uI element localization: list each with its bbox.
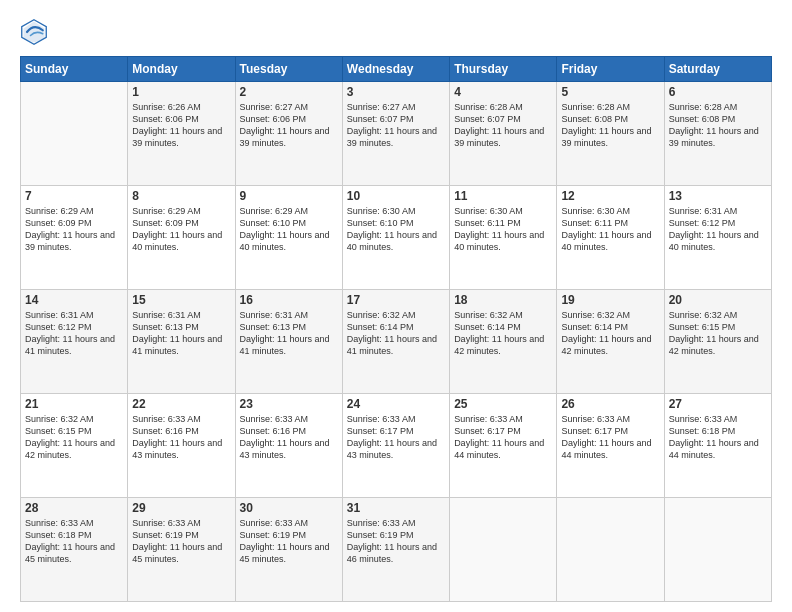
calendar-cell: 28Sunrise: 6:33 AMSunset: 6:18 PMDayligh… [21, 498, 128, 602]
day-detail: Sunrise: 6:30 AMSunset: 6:11 PMDaylight:… [561, 205, 659, 254]
calendar-cell: 27Sunrise: 6:33 AMSunset: 6:18 PMDayligh… [664, 394, 771, 498]
week-row-0: 1Sunrise: 6:26 AMSunset: 6:06 PMDaylight… [21, 82, 772, 186]
day-number: 19 [561, 293, 659, 307]
day-number: 14 [25, 293, 123, 307]
day-detail: Sunrise: 6:31 AMSunset: 6:12 PMDaylight:… [25, 309, 123, 358]
calendar-cell: 8Sunrise: 6:29 AMSunset: 6:09 PMDaylight… [128, 186, 235, 290]
day-detail: Sunrise: 6:33 AMSunset: 6:17 PMDaylight:… [561, 413, 659, 462]
day-number: 10 [347, 189, 445, 203]
day-number: 20 [669, 293, 767, 307]
calendar-cell: 12Sunrise: 6:30 AMSunset: 6:11 PMDayligh… [557, 186, 664, 290]
day-number: 13 [669, 189, 767, 203]
day-number: 2 [240, 85, 338, 99]
calendar-cell: 21Sunrise: 6:32 AMSunset: 6:15 PMDayligh… [21, 394, 128, 498]
week-row-1: 7Sunrise: 6:29 AMSunset: 6:09 PMDaylight… [21, 186, 772, 290]
calendar-cell: 16Sunrise: 6:31 AMSunset: 6:13 PMDayligh… [235, 290, 342, 394]
day-detail: Sunrise: 6:33 AMSunset: 6:18 PMDaylight:… [25, 517, 123, 566]
day-number: 22 [132, 397, 230, 411]
calendar-cell: 2Sunrise: 6:27 AMSunset: 6:06 PMDaylight… [235, 82, 342, 186]
calendar-cell: 10Sunrise: 6:30 AMSunset: 6:10 PMDayligh… [342, 186, 449, 290]
calendar-cell: 4Sunrise: 6:28 AMSunset: 6:07 PMDaylight… [450, 82, 557, 186]
day-detail: Sunrise: 6:29 AMSunset: 6:10 PMDaylight:… [240, 205, 338, 254]
day-detail: Sunrise: 6:33 AMSunset: 6:16 PMDaylight:… [240, 413, 338, 462]
day-number: 12 [561, 189, 659, 203]
weekday-header-sunday: Sunday [21, 57, 128, 82]
day-number: 15 [132, 293, 230, 307]
weekday-header-thursday: Thursday [450, 57, 557, 82]
day-detail: Sunrise: 6:31 AMSunset: 6:13 PMDaylight:… [132, 309, 230, 358]
day-detail: Sunrise: 6:30 AMSunset: 6:11 PMDaylight:… [454, 205, 552, 254]
logo-icon [20, 18, 48, 46]
day-number: 8 [132, 189, 230, 203]
calendar-cell: 25Sunrise: 6:33 AMSunset: 6:17 PMDayligh… [450, 394, 557, 498]
calendar-cell: 24Sunrise: 6:33 AMSunset: 6:17 PMDayligh… [342, 394, 449, 498]
day-number: 18 [454, 293, 552, 307]
day-number: 6 [669, 85, 767, 99]
day-detail: Sunrise: 6:32 AMSunset: 6:15 PMDaylight:… [669, 309, 767, 358]
day-detail: Sunrise: 6:32 AMSunset: 6:15 PMDaylight:… [25, 413, 123, 462]
logo [20, 18, 52, 46]
calendar-cell: 5Sunrise: 6:28 AMSunset: 6:08 PMDaylight… [557, 82, 664, 186]
page: SundayMondayTuesdayWednesdayThursdayFrid… [0, 0, 792, 612]
day-detail: Sunrise: 6:33 AMSunset: 6:19 PMDaylight:… [132, 517, 230, 566]
day-detail: Sunrise: 6:26 AMSunset: 6:06 PMDaylight:… [132, 101, 230, 150]
day-detail: Sunrise: 6:33 AMSunset: 6:19 PMDaylight:… [240, 517, 338, 566]
day-number: 5 [561, 85, 659, 99]
day-number: 27 [669, 397, 767, 411]
day-number: 7 [25, 189, 123, 203]
calendar-cell: 3Sunrise: 6:27 AMSunset: 6:07 PMDaylight… [342, 82, 449, 186]
weekday-header-wednesday: Wednesday [342, 57, 449, 82]
day-number: 24 [347, 397, 445, 411]
day-number: 31 [347, 501, 445, 515]
calendar-cell: 18Sunrise: 6:32 AMSunset: 6:14 PMDayligh… [450, 290, 557, 394]
day-detail: Sunrise: 6:32 AMSunset: 6:14 PMDaylight:… [561, 309, 659, 358]
calendar-cell: 11Sunrise: 6:30 AMSunset: 6:11 PMDayligh… [450, 186, 557, 290]
day-number: 3 [347, 85, 445, 99]
calendar-table: SundayMondayTuesdayWednesdayThursdayFrid… [20, 56, 772, 602]
day-detail: Sunrise: 6:33 AMSunset: 6:18 PMDaylight:… [669, 413, 767, 462]
calendar-cell: 14Sunrise: 6:31 AMSunset: 6:12 PMDayligh… [21, 290, 128, 394]
day-detail: Sunrise: 6:28 AMSunset: 6:07 PMDaylight:… [454, 101, 552, 150]
day-number: 30 [240, 501, 338, 515]
day-detail: Sunrise: 6:33 AMSunset: 6:19 PMDaylight:… [347, 517, 445, 566]
day-detail: Sunrise: 6:27 AMSunset: 6:06 PMDaylight:… [240, 101, 338, 150]
day-number: 25 [454, 397, 552, 411]
calendar-cell: 9Sunrise: 6:29 AMSunset: 6:10 PMDaylight… [235, 186, 342, 290]
day-number: 21 [25, 397, 123, 411]
day-number: 17 [347, 293, 445, 307]
day-detail: Sunrise: 6:29 AMSunset: 6:09 PMDaylight:… [132, 205, 230, 254]
calendar-cell: 23Sunrise: 6:33 AMSunset: 6:16 PMDayligh… [235, 394, 342, 498]
calendar-cell: 22Sunrise: 6:33 AMSunset: 6:16 PMDayligh… [128, 394, 235, 498]
calendar-cell: 7Sunrise: 6:29 AMSunset: 6:09 PMDaylight… [21, 186, 128, 290]
header [20, 18, 772, 46]
day-number: 26 [561, 397, 659, 411]
calendar-cell: 31Sunrise: 6:33 AMSunset: 6:19 PMDayligh… [342, 498, 449, 602]
day-number: 16 [240, 293, 338, 307]
day-detail: Sunrise: 6:32 AMSunset: 6:14 PMDaylight:… [454, 309, 552, 358]
weekday-header-friday: Friday [557, 57, 664, 82]
day-number: 11 [454, 189, 552, 203]
week-row-3: 21Sunrise: 6:32 AMSunset: 6:15 PMDayligh… [21, 394, 772, 498]
day-detail: Sunrise: 6:33 AMSunset: 6:16 PMDaylight:… [132, 413, 230, 462]
weekday-header-saturday: Saturday [664, 57, 771, 82]
calendar-cell: 13Sunrise: 6:31 AMSunset: 6:12 PMDayligh… [664, 186, 771, 290]
week-row-4: 28Sunrise: 6:33 AMSunset: 6:18 PMDayligh… [21, 498, 772, 602]
header-row: SundayMondayTuesdayWednesdayThursdayFrid… [21, 57, 772, 82]
day-detail: Sunrise: 6:33 AMSunset: 6:17 PMDaylight:… [347, 413, 445, 462]
calendar-cell: 30Sunrise: 6:33 AMSunset: 6:19 PMDayligh… [235, 498, 342, 602]
calendar-cell: 1Sunrise: 6:26 AMSunset: 6:06 PMDaylight… [128, 82, 235, 186]
weekday-header-monday: Monday [128, 57, 235, 82]
calendar-cell: 6Sunrise: 6:28 AMSunset: 6:08 PMDaylight… [664, 82, 771, 186]
day-number: 1 [132, 85, 230, 99]
calendar-cell: 17Sunrise: 6:32 AMSunset: 6:14 PMDayligh… [342, 290, 449, 394]
day-detail: Sunrise: 6:33 AMSunset: 6:17 PMDaylight:… [454, 413, 552, 462]
day-detail: Sunrise: 6:29 AMSunset: 6:09 PMDaylight:… [25, 205, 123, 254]
day-number: 29 [132, 501, 230, 515]
day-detail: Sunrise: 6:27 AMSunset: 6:07 PMDaylight:… [347, 101, 445, 150]
day-detail: Sunrise: 6:28 AMSunset: 6:08 PMDaylight:… [669, 101, 767, 150]
calendar-cell [21, 82, 128, 186]
day-detail: Sunrise: 6:32 AMSunset: 6:14 PMDaylight:… [347, 309, 445, 358]
calendar-cell: 15Sunrise: 6:31 AMSunset: 6:13 PMDayligh… [128, 290, 235, 394]
day-number: 28 [25, 501, 123, 515]
calendar-header: SundayMondayTuesdayWednesdayThursdayFrid… [21, 57, 772, 82]
